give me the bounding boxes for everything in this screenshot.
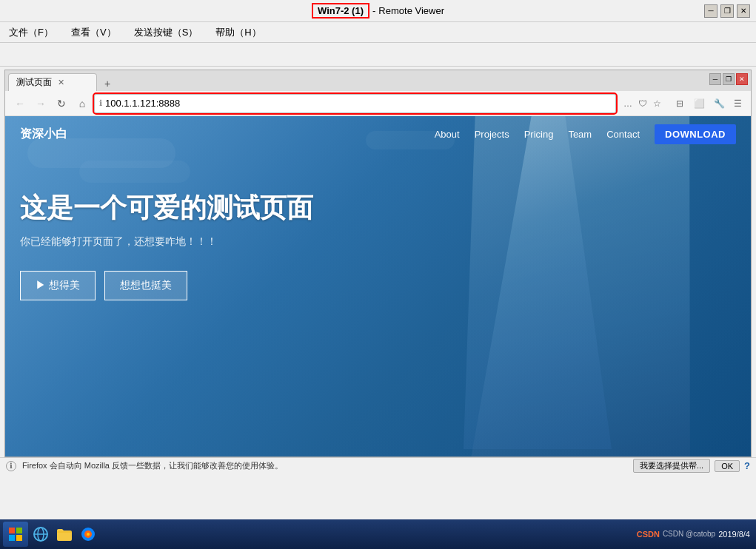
extensions-button[interactable]: 🔧 bbox=[711, 98, 728, 109]
site-nav-links: About Projects Pricing Team Contact DOWN… bbox=[435, 124, 736, 144]
hero-content: 这是一个可爱的测试页面 你已经能够打开页面了，还想要咋地！！！ ▶ 想得美 想想… bbox=[20, 190, 751, 300]
browser-tab-active[interactable]: 测试页面 ✕ bbox=[8, 73, 97, 91]
title-app-name: Remote Viewer bbox=[378, 5, 444, 16]
back-button[interactable]: ← bbox=[11, 95, 29, 112]
nav-pricing[interactable]: Pricing bbox=[524, 129, 554, 140]
sidebar-button[interactable]: ⊟ bbox=[672, 98, 688, 109]
taskbar-time: 2019/8/4 bbox=[718, 529, 750, 539]
refresh-button[interactable]: ↻ bbox=[53, 95, 70, 112]
tab-label: 测试页面 bbox=[16, 76, 52, 89]
nav-extras: … 🛡 ☆ bbox=[622, 97, 663, 110]
menu-view[interactable]: 查看（V） bbox=[68, 24, 119, 41]
nav-projects[interactable]: Projects bbox=[475, 129, 509, 140]
svg-rect-1 bbox=[16, 528, 22, 533]
svg-rect-3 bbox=[16, 535, 22, 541]
folder-icon bbox=[56, 527, 73, 542]
website-content: 资深小白 About Projects Pricing Team Contact… bbox=[5, 116, 751, 457]
remote-viewer-window: Win7-2 (1) - Remote Viewer ─ ❐ ✕ 文件（F） 查… bbox=[0, 0, 756, 549]
status-message: Firefox 会自动向 Mozilla 反馈一些数据，让我们能够改善您的使用体… bbox=[22, 460, 283, 471]
firefox-icon bbox=[80, 526, 96, 542]
browser-container: 测试页面 ✕ + ─ ❐ ✕ ← → bbox=[0, 67, 756, 549]
hero-buttons: ▶ 想得美 想想也挺美 bbox=[20, 271, 751, 300]
status-ok-btn[interactable]: OK bbox=[715, 460, 740, 472]
close-button[interactable]: ✕ bbox=[737, 4, 750, 18]
new-window-button[interactable]: ⬜ bbox=[691, 98, 708, 109]
taskbar-folder-icon[interactable] bbox=[53, 523, 76, 545]
browser-minimize-btn[interactable]: ─ bbox=[709, 73, 721, 85]
title-bar: Win7-2 (1) - Remote Viewer ─ ❐ ✕ bbox=[0, 0, 756, 22]
address-bar[interactable]: ℹ bbox=[94, 94, 616, 113]
shield-button[interactable]: 🛡 bbox=[637, 97, 649, 110]
forward-button[interactable]: → bbox=[32, 95, 50, 112]
nav-team[interactable]: Team bbox=[568, 129, 592, 140]
title-bar-text: Win7-2 (1) - Remote Viewer bbox=[312, 3, 444, 18]
hero-title: 这是一个可爱的测试页面 bbox=[20, 190, 751, 226]
status-action-btn[interactable]: 我要选择提供帮... bbox=[633, 459, 710, 473]
download-button[interactable]: DOWNLOAD bbox=[655, 124, 736, 144]
restore-button[interactable]: ❐ bbox=[720, 4, 734, 18]
address-lock-icon: ℹ bbox=[99, 98, 102, 108]
refresh-icon: ↻ bbox=[57, 98, 66, 110]
browser-tab-controls: ─ ❐ ✕ bbox=[709, 73, 748, 85]
new-tab-button[interactable]: + bbox=[100, 76, 115, 91]
site-navbar: 资深小白 About Projects Pricing Team Contact… bbox=[5, 116, 751, 152]
taskbar-csdn-label: CSDN bbox=[637, 530, 660, 539]
tab-close-btn[interactable]: ✕ bbox=[58, 78, 64, 87]
home-button[interactable]: ⌂ bbox=[73, 95, 91, 112]
browser-close-btn[interactable]: ✕ bbox=[736, 73, 748, 85]
home-icon: ⌂ bbox=[79, 98, 85, 110]
menu-send-keys[interactable]: 发送按键（S） bbox=[131, 24, 201, 41]
title-bar-controls: ─ ❐ ✕ bbox=[704, 4, 750, 18]
nav-about[interactable]: About bbox=[435, 129, 460, 140]
address-input[interactable] bbox=[105, 98, 611, 109]
nav-bar: ← → ↻ ⌂ ℹ … 🛡 ☆ bbox=[5, 91, 751, 116]
cloud-2 bbox=[79, 161, 190, 183]
ie-icon bbox=[33, 526, 49, 542]
status-bar: ℹ Firefox 会自动向 Mozilla 反馈一些数据，让我们能够改善您的使… bbox=[0, 457, 756, 474]
status-info-icon: ℹ bbox=[6, 461, 16, 471]
status-right: 我要选择提供帮... OK ? bbox=[633, 459, 750, 473]
windows-logo-icon bbox=[8, 527, 23, 542]
svg-rect-0 bbox=[9, 528, 15, 533]
windows-taskbar: CSDN CSDN @catobp 2019/8/4 bbox=[0, 519, 756, 549]
menu-hamburger-button[interactable]: ☰ bbox=[731, 98, 745, 109]
restore-icon: ❐ bbox=[724, 7, 731, 15]
hero-btn-secondary[interactable]: 想想也挺美 bbox=[104, 271, 187, 300]
svg-rect-2 bbox=[9, 535, 15, 541]
back-icon: ← bbox=[15, 98, 25, 110]
tab-bar: 测试页面 ✕ + ─ ❐ ✕ bbox=[5, 70, 751, 91]
taskbar-firefox-icon[interactable] bbox=[77, 523, 99, 545]
menu-file[interactable]: 文件（F） bbox=[6, 24, 56, 41]
start-button[interactable] bbox=[3, 522, 28, 547]
taskbar-ie-icon[interactable] bbox=[30, 523, 52, 545]
hero-btn-primary[interactable]: ▶ 想得美 bbox=[20, 271, 96, 300]
nav-contact[interactable]: Contact bbox=[606, 129, 640, 140]
svg-point-9 bbox=[87, 533, 90, 536]
taskbar-watermark: CSDN @catobp bbox=[663, 530, 715, 538]
menu-bar: 文件（F） 查看（V） 发送按键（S） 帮助（H） bbox=[0, 22, 756, 43]
menu-help[interactable]: 帮助（H） bbox=[213, 24, 264, 41]
hero-subtitle: 你已经能够打开页面了，还想要咋地！！！ bbox=[20, 235, 751, 249]
title-highlight: Win7-2 (1) bbox=[312, 3, 369, 18]
toolbar-spacer bbox=[0, 43, 756, 67]
browser-restore-btn[interactable]: ❐ bbox=[723, 73, 735, 85]
more-button[interactable]: … bbox=[622, 97, 634, 110]
new-tab-icon: + bbox=[104, 78, 110, 90]
bookmark-button[interactable]: ☆ bbox=[652, 97, 663, 110]
taskbar-right: CSDN CSDN @catobp 2019/8/4 bbox=[637, 529, 753, 539]
title-separator: - bbox=[372, 5, 375, 16]
close-icon: ✕ bbox=[740, 7, 746, 15]
forward-icon: → bbox=[36, 98, 46, 110]
status-help-icon[interactable]: ? bbox=[744, 460, 750, 471]
site-logo: 资深小白 bbox=[20, 127, 435, 142]
minimize-button[interactable]: ─ bbox=[704, 4, 717, 18]
minimize-icon: ─ bbox=[708, 7, 713, 15]
browser-chrome: 测试页面 ✕ + ─ ❐ ✕ ← → bbox=[4, 70, 752, 457]
